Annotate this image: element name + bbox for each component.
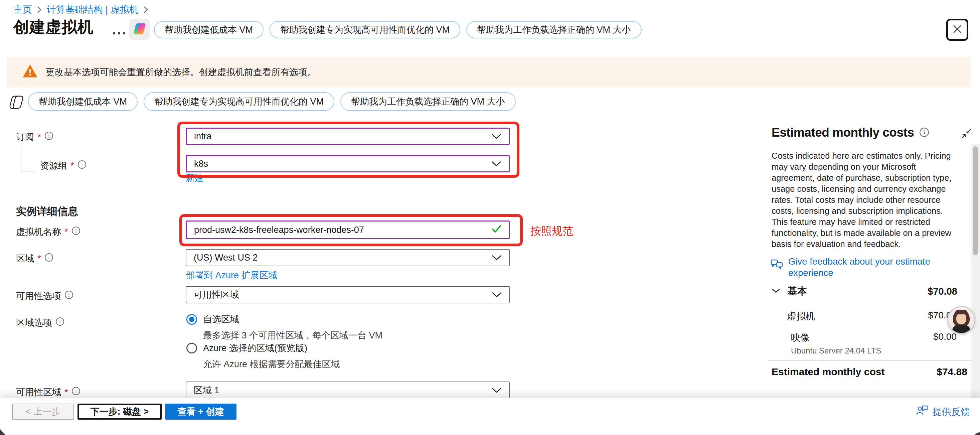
required-asterisk: * [37, 132, 41, 142]
cost-total-label: Estimated monthly cost [772, 366, 885, 378]
deploy-extended-zone-link[interactable]: 部署到 Azure 扩展区域 [186, 269, 278, 281]
resource-group-value: k8s [194, 159, 208, 169]
svg-text:i: i [75, 228, 76, 234]
cost-item-vm: 虚拟机 $70.08 [787, 310, 957, 323]
create-new-resource-group-link[interactable]: 新建 [186, 172, 204, 184]
copilot-suggestions-inline: 帮助我创建低成本 VM 帮助我创建专为实现高可用性而优化的 VM 帮助我为工作负… [28, 92, 516, 111]
cost-item-name: 虚拟机 [787, 310, 815, 323]
chevron-right-icon [37, 5, 42, 14]
assistant-avatar[interactable] [947, 306, 975, 334]
chevron-right-icon [143, 5, 149, 14]
review-create-button[interactable]: 查看 + 创建 [165, 403, 237, 420]
subscription-dropdown[interactable]: infra [186, 127, 510, 145]
region-label-row: 区域 * i [16, 253, 53, 265]
tree-connector-vertical [21, 147, 21, 171]
more-options-button[interactable] [113, 32, 125, 34]
suggestion-high-availability-vm-button[interactable]: 帮助我创建专为实现高可用性而优化的 VM [144, 92, 334, 111]
warning-banner-text: 更改基本选项可能会重置所做的选择。创建虚拟机前查看所有选项。 [46, 66, 316, 78]
cost-total-amount: $74.88 [937, 366, 967, 378]
required-asterisk: * [64, 227, 68, 237]
zone-option-self-select[interactable]: 自选区域 最多选择 3 个可用性区域，每个区域一台 VM [186, 313, 382, 341]
svg-text:i: i [48, 255, 49, 260]
info-icon[interactable]: i [45, 131, 53, 143]
suggestion-low-cost-vm-button[interactable]: 帮助我创建低成本 VM [154, 21, 264, 38]
tree-connector-horizontal [21, 171, 35, 171]
cost-feedback-link[interactable]: Give feedback about your estimate experi… [770, 256, 948, 279]
annotation-note: 按照规范 [530, 224, 573, 239]
info-icon[interactable]: i [72, 226, 81, 237]
footer-buttons: < 上一步 下一步: 磁盘 > 查看 + 创建 [12, 403, 237, 420]
required-asterisk: * [37, 253, 41, 264]
vm-name-label: 虚拟机名称 [16, 226, 61, 238]
zone-options-label-row: 区域选项 i [16, 317, 64, 329]
zone-options-label: 区域选项 [16, 317, 52, 329]
warning-icon [23, 65, 37, 80]
vm-name-value: prod-usw2-k8s-freeleaps-worker-nodes-07 [194, 225, 364, 235]
cost-item-amount: $0.00 [933, 331, 957, 344]
availability-zones-label-row: 可用性区域 * i [16, 386, 81, 398]
zone-option-description: 最多选择 3 个可用性区域，每个区域一台 VM [203, 330, 382, 341]
chevron-down-icon [492, 159, 501, 169]
feedback-bubbles-icon [770, 258, 784, 279]
resource-group-label-row: 资源组 * i [40, 160, 86, 172]
zone-option-label: 自选区域 [203, 313, 382, 325]
zone-option-description: 允许 Azure 根据需要分配最佳区域 [203, 358, 340, 370]
suggestion-low-cost-vm-button[interactable]: 帮助我创建低成本 VM [28, 92, 138, 111]
info-icon[interactable]: i [64, 290, 73, 302]
info-icon[interactable]: i [919, 126, 929, 140]
region-value: (US) West US 2 [194, 253, 258, 263]
page-title: 创建虚拟机 [13, 17, 94, 38]
footer-bar: < 上一步 下一步: 磁盘 > 查看 + 创建 提供反馈 [0, 398, 980, 435]
next-step-disks-button[interactable]: 下一步: 磁盘 > [78, 403, 162, 420]
region-dropdown[interactable]: (US) West US 2 [186, 249, 510, 266]
cost-group-name: 基本 [788, 285, 807, 298]
close-button[interactable] [946, 19, 968, 41]
chevron-down-icon [492, 385, 502, 395]
resource-group-label: 资源组 [40, 160, 67, 172]
cost-item-detail: Ubuntu Server 24.04 LTS [791, 346, 881, 355]
availability-zones-dropdown[interactable]: 区域 1 [186, 382, 510, 399]
info-icon[interactable]: i [78, 160, 86, 171]
info-icon[interactable]: i [56, 317, 64, 328]
cost-group-amount: $70.08 [928, 286, 957, 297]
cost-group-basic[interactable]: 基本 $70.08 [772, 285, 957, 298]
previous-step-button[interactable]: < 上一步 [12, 403, 74, 420]
copilot-outline-icon [9, 94, 24, 112]
info-icon[interactable]: i [72, 387, 81, 398]
collapse-panel-icon[interactable] [960, 127, 972, 141]
warning-banner: 更改基本选项可能会重置所做的选择。创建虚拟机前查看所有选项。 [7, 57, 970, 88]
divider [768, 360, 972, 361]
breadcrumb-section-link[interactable]: 计算基础结构 | 虚拟机 [47, 3, 138, 16]
cost-disclaimer: Costs indicated here are estimates only.… [772, 150, 956, 250]
radio-unselected-icon[interactable] [186, 343, 197, 354]
breadcrumb-home-link[interactable]: 主页 [13, 3, 32, 16]
radio-selected-icon[interactable] [186, 314, 197, 325]
required-asterisk: * [64, 387, 68, 398]
zone-option-azure-selected[interactable]: Azure 选择的区域(预览版) 允许 Azure 根据需要分配最佳区域 [186, 342, 340, 370]
svg-text:i: i [68, 292, 70, 298]
resource-group-dropdown[interactable]: k8s [186, 155, 510, 172]
availability-zones-label: 可用性区域 [16, 386, 61, 398]
valid-check-icon [492, 224, 501, 236]
copilot-icon [133, 22, 146, 37]
svg-text:i: i [59, 319, 60, 324]
suggestion-high-availability-vm-button[interactable]: 帮助我创建专为实现高可用性而优化的 VM [270, 21, 460, 38]
suggestion-right-vm-size-button[interactable]: 帮助我为工作负载选择正确的 VM 大小 [340, 92, 516, 111]
availability-options-value: 可用性区域 [194, 288, 239, 301]
suggestion-right-vm-size-button[interactable]: 帮助我为工作负载选择正确的 VM 大小 [466, 21, 642, 38]
footer-feedback-link[interactable]: 提供反馈 [916, 404, 970, 419]
vm-name-input[interactable]: prod-usw2-k8s-freeleaps-worker-nodes-07 [186, 220, 510, 239]
info-icon[interactable]: i [45, 253, 53, 264]
panel-scrollbar-thumb[interactable] [973, 147, 978, 255]
cost-panel-title: Estimated monthly costs [772, 126, 914, 140]
availability-options-label-row: 可用性选项 i [16, 290, 73, 302]
availability-zones-value: 区域 1 [194, 384, 220, 396]
footer-feedback-text: 提供反馈 [932, 406, 970, 418]
cost-feedback-text: Give feedback about your estimate experi… [788, 256, 948, 279]
copilot-button[interactable] [129, 19, 150, 40]
availability-options-dropdown[interactable]: 可用性区域 [186, 286, 510, 303]
cost-item-name: 映像 [791, 331, 810, 344]
region-label: 区域 [16, 253, 34, 265]
chevron-down-icon [492, 131, 501, 142]
cost-total-row: Estimated monthly cost $74.88 [772, 366, 967, 378]
